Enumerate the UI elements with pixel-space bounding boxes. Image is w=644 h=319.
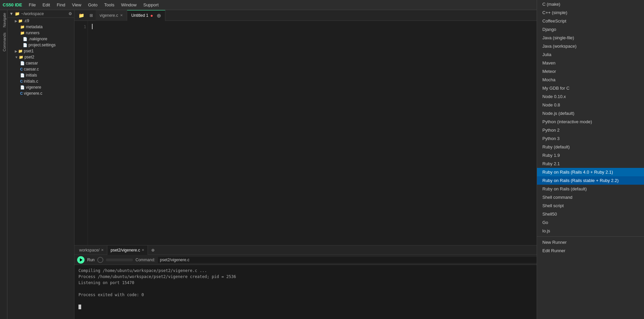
dropdown-item-rails-stable[interactable]: Ruby on Rails (Rails stable + Ruby 2.2)	[537, 176, 644, 185]
tab-close-vigenere[interactable]: ✕	[120, 13, 123, 17]
menu-edit[interactable]: Edit	[40, 2, 53, 8]
dropdown-item-go[interactable]: Go	[537, 218, 644, 227]
tab-label-vigenere: vigenere.c	[100, 13, 118, 18]
progress-bar	[106, 259, 133, 261]
file-icon-project-settings: 📄	[23, 43, 28, 47]
tab-modified-dot: ●	[150, 13, 153, 18]
dropdown-item-nodejs-default[interactable]: Node.js (default)	[537, 109, 644, 118]
menu-find[interactable]: Find	[54, 2, 68, 8]
tab-vigenere-c[interactable]: vigenere.c ✕	[96, 10, 127, 21]
folder-icon-runners: 📁	[20, 31, 25, 35]
tree-item-metadata[interactable]: 📁 metadata	[7, 24, 74, 30]
file-icon-nakignore: 📄	[23, 37, 28, 41]
dropdown-item-edit-runner[interactable]: Edit Runner	[537, 246, 644, 255]
dropdown-item-ruby-default[interactable]: Ruby (default)	[537, 143, 644, 151]
menu-support[interactable]: Support	[141, 2, 161, 8]
tree-item-pset2[interactable]: ▼ 📁 pset2	[7, 54, 74, 60]
cmd-label: Command:	[136, 258, 155, 262]
dropdown-item-ruby-19[interactable]: Ruby 1.9	[537, 151, 644, 160]
tree-item-caesar[interactable]: 📄 caesar	[7, 60, 74, 66]
dropdown-item-shell50[interactable]: Shell50	[537, 210, 644, 218]
term-tab-workspace-label: workspace/	[79, 248, 100, 253]
term-tab-vigenere-label: pset2/vigenere.c	[111, 248, 140, 253]
line-numbers: 1	[74, 21, 88, 245]
workspace-icon: 📁	[15, 11, 20, 16]
command-input[interactable]	[158, 257, 560, 263]
folder-icon-pset1: 📁	[18, 49, 23, 53]
folder-icon-pset2: 📁	[19, 55, 23, 59]
menu-tools[interactable]: Tools	[102, 2, 117, 8]
tree-item-runners[interactable]: 📁 runners	[7, 30, 74, 36]
term-tab-add[interactable]: ⊕	[148, 245, 158, 255]
dropdown-item-ruby-21[interactable]: Ruby 2.1	[537, 160, 644, 168]
term-tab-workspace-close[interactable]: ✕	[101, 248, 104, 252]
tree-item-initials-c[interactable]: C initials.c	[7, 78, 74, 84]
gear-icon[interactable]: ⚙	[68, 11, 72, 16]
tree-item-caesar-c[interactable]: C caesar.c	[7, 66, 74, 72]
dropdown-divider	[537, 236, 644, 237]
dropdown-item-meteor[interactable]: Meteor	[537, 67, 644, 76]
term-tab-vigenere-close[interactable]: ✕	[142, 248, 144, 252]
menu-goto[interactable]: Goto	[85, 2, 100, 8]
menu-view[interactable]: View	[69, 2, 84, 8]
dropdown-item-django[interactable]: Django	[537, 25, 644, 34]
dropdown-item-shell-script[interactable]: Shell script	[537, 201, 644, 210]
term-tab-workspace[interactable]: workspace/ ✕	[76, 245, 107, 255]
c-icon-caesar: C	[20, 67, 23, 71]
line-number-1: 1	[76, 24, 86, 30]
dropdown-item-maven[interactable]: Maven	[537, 59, 644, 67]
navigate-label[interactable]: Navigate	[0, 10, 7, 30]
dropdown-item-lojs[interactable]: lo.js	[537, 227, 644, 235]
dropdown-item-mocha[interactable]: Mocha	[537, 76, 644, 84]
dropdown-item-rails-40[interactable]: Ruby on Rails (Rails 4.0 + Ruby 2.1)	[537, 168, 644, 176]
term-tab-vigenere[interactable]: pset2/vigenere.c ✕	[107, 245, 148, 255]
run-button[interactable]	[77, 256, 85, 264]
tree-item-c9[interactable]: ▶ 📁 .c9	[7, 18, 74, 24]
c-icon-initials: C	[20, 79, 23, 83]
commands-label[interactable]: Commands	[0, 30, 7, 54]
dropdown-item-python3[interactable]: Python 3	[537, 134, 644, 143]
workspace-label: ~/workspace	[21, 11, 44, 16]
app-logo: CS50 IDE	[3, 2, 22, 7]
tree-item-nakignore[interactable]: 📄 .nakignore	[7, 36, 74, 42]
tree-item-project-settings[interactable]: 📄 project.settings	[7, 42, 74, 48]
menu-window[interactable]: Window	[118, 2, 139, 8]
dropdown-item-shell-command[interactable]: Shell command	[537, 193, 644, 201]
chevron-pset1-icon: ▶	[15, 49, 17, 53]
tree-label-initials: initials	[26, 73, 37, 78]
tab-add-button[interactable]: ⊕	[157, 12, 161, 19]
cursor-caret	[92, 24, 93, 29]
file-tree: ▼ 📁 ~/workspace ⚙ ▶ 📁 .c9 📁 metadata 📁 r…	[7, 10, 74, 319]
runner-dropdown: C (make) C++ (simple) CoffeeScript Djang…	[537, 10, 644, 319]
menu-file[interactable]: File	[26, 2, 39, 8]
folder-icon-metadata: 📁	[20, 25, 25, 29]
dropdown-item-java-single[interactable]: Java (single-file)	[537, 34, 644, 42]
dropdown-item-cpp-simple[interactable]: C++ (simple)	[537, 10, 644, 17]
folder-button[interactable]: 📁	[76, 11, 87, 19]
dropdown-item-node-08[interactable]: Node 0.8	[537, 101, 644, 109]
dropdown-item-coffeescript[interactable]: CoffeeScript	[537, 17, 644, 25]
folder-icon-c9: 📁	[18, 19, 23, 23]
tree-item-pset1[interactable]: ▶ 📁 pset1	[7, 48, 74, 54]
dropdown-item-julia[interactable]: Julia	[537, 50, 644, 59]
dropdown-item-python-interactive[interactable]: Python (interactive mode)	[537, 118, 644, 126]
tree-label-caesar-c: caesar.c	[24, 67, 39, 72]
tree-label-vigenere-c: vigenere.c	[24, 91, 42, 96]
tree-label-metadata: metadata	[26, 25, 43, 29]
tree-item-initials[interactable]: 📄 initials	[7, 72, 74, 78]
file-icon-vigenere: 📄	[20, 85, 25, 90]
dropdown-item-new-runner[interactable]: New Runner	[537, 238, 644, 246]
dropdown-item-rails-default[interactable]: Ruby on Rails (default)	[537, 185, 644, 193]
dropdown-item-node-010x[interactable]: Node 0.10.x	[537, 92, 644, 101]
tab-untitled1[interactable]: Untitled 1 ● ⊕	[127, 10, 165, 21]
dropdown-item-java-workspace[interactable]: Java (workspace)	[537, 42, 644, 50]
tree-label-pset2: pset2	[24, 55, 34, 59]
dropdown-item-my-gdb[interactable]: My GDB for C	[537, 84, 644, 92]
tree-item-vigenere-c[interactable]: C vigenere.c	[7, 90, 74, 96]
tree-root-chevron: ▼	[9, 11, 13, 16]
tree-label-vigenere: vigenere	[26, 85, 41, 90]
split-button[interactable]: ⊞	[87, 12, 96, 19]
dropdown-item-python2[interactable]: Python 2	[537, 126, 644, 134]
tree-item-vigenere[interactable]: 📄 vigenere	[7, 84, 74, 90]
tree-label-nakignore: .nakignore	[29, 37, 47, 41]
